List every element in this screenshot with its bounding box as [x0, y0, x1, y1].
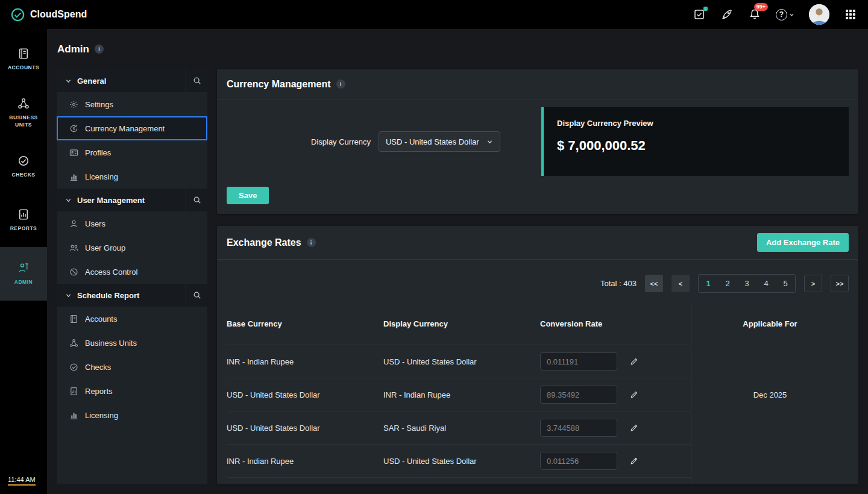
- user-avatar[interactable]: [809, 4, 829, 25]
- info-icon[interactable]: i: [307, 238, 316, 247]
- sidebar-item-users[interactable]: Users: [57, 211, 207, 236]
- info-icon[interactable]: i: [336, 80, 345, 89]
- table-header-row: Base Currency Display Currency Conversio…: [227, 302, 691, 345]
- clock-timestamp[interactable]: 11:44 AM: [8, 476, 36, 486]
- table-row: USD - United States Dollar INR - Indian …: [227, 378, 691, 411]
- rocket-icon: [721, 8, 733, 20]
- sidebar-item-checks[interactable]: Checks: [57, 355, 207, 379]
- conversion-rate-cell: [540, 386, 691, 404]
- sidebar-item-licensing[interactable]: Licensing: [57, 164, 207, 189]
- currency-icon: [69, 124, 78, 133]
- reports-icon: [69, 387, 78, 396]
- sidebar-section-user-management-toggle[interactable]: User Management: [57, 189, 186, 211]
- conversion-rate-input[interactable]: [540, 386, 617, 404]
- rail-label-business-units: BUSINESS UNITS: [2, 114, 45, 128]
- sidebar-item-reports[interactable]: Reports: [57, 379, 207, 403]
- pagination-page-3[interactable]: 3: [737, 275, 756, 292]
- exchange-rates-panel: Exchange Rates i Add Exchange Rate Total…: [217, 226, 858, 484]
- sidebar-section-user-management-search[interactable]: [186, 189, 207, 211]
- pagination-last-button[interactable]: >>: [831, 275, 849, 292]
- sidebar-section-user-management: User Management: [57, 189, 207, 211]
- rail-item-checks[interactable]: CHECKS: [0, 140, 47, 193]
- sidebar-item-currency-management[interactable]: Currency Management: [57, 116, 207, 140]
- app-brand-name: CloudSpend: [30, 9, 87, 20]
- sidebar-item-settings[interactable]: Settings: [57, 92, 207, 116]
- pagination-prev-button[interactable]: <: [671, 275, 690, 292]
- rail-item-accounts[interactable]: ACCOUNTS: [0, 33, 47, 86]
- sidebar-item-user-group[interactable]: User Group: [57, 236, 207, 260]
- exchange-rates-table-left: Base Currency Display Currency Conversio…: [227, 302, 691, 484]
- business-units-icon: [69, 339, 78, 348]
- base-currency-cell: INR - Indian Rupee: [227, 357, 383, 366]
- main-panels: Currency Management i Display Currency U…: [217, 69, 858, 484]
- sidebar-section-general-search[interactable]: [186, 69, 207, 92]
- pagination-next-button[interactable]: >: [804, 275, 822, 292]
- table-row: INR - Indian Rupee USD - United States D…: [227, 444, 691, 477]
- sidebar-section-schedule-report-search[interactable]: [186, 284, 207, 307]
- conversion-rate-input[interactable]: [540, 419, 617, 437]
- edit-rate-button[interactable]: [628, 355, 640, 367]
- rail-item-business-units[interactable]: BUSINESS UNITS: [0, 86, 47, 140]
- content-area: Admin i General Settings: [47, 29, 868, 494]
- search-icon: [193, 77, 201, 85]
- display-currency-select[interactable]: USD - United States Dollar: [379, 131, 500, 152]
- info-icon[interactable]: i: [95, 45, 104, 54]
- sidebar-item-label: Licensing: [85, 411, 118, 420]
- sidebar-section-general-toggle[interactable]: General: [57, 69, 186, 92]
- edit-rate-button[interactable]: [628, 422, 640, 434]
- pagination-page-5[interactable]: 5: [776, 275, 795, 292]
- sidebar-item-accounts[interactable]: Accounts: [57, 307, 207, 331]
- apps-launcher-button[interactable]: [844, 8, 857, 21]
- edit-rate-button[interactable]: [628, 389, 640, 401]
- save-button[interactable]: Save: [227, 187, 269, 204]
- add-exchange-rate-button[interactable]: Add Exchange Rate: [757, 233, 849, 252]
- pagination-first-button[interactable]: <<: [645, 275, 663, 292]
- sidebar-item-business-units[interactable]: Business Units: [57, 331, 207, 355]
- sidebar-item-access-control[interactable]: Access Control: [57, 260, 207, 284]
- sidebar-section-user-management-label: User Management: [77, 196, 145, 205]
- pencil-icon: [630, 457, 638, 465]
- exchange-rates-table: Base Currency Display Currency Conversio…: [217, 302, 858, 484]
- chevron-down-icon: [789, 12, 794, 17]
- column-header-base-currency: Base Currency: [227, 319, 383, 328]
- rail-label-reports: REPORTS: [10, 225, 37, 232]
- chevron-down-icon: [486, 139, 493, 145]
- pencil-icon: [630, 424, 638, 432]
- currency-management-body: Display Currency USD - United States Dol…: [217, 99, 858, 214]
- table-header-applicable: Applicable For: [743, 302, 797, 345]
- conversion-rate-cell: [540, 352, 691, 370]
- currency-management-header: Currency Management i: [217, 69, 858, 99]
- conversion-rate-input[interactable]: [540, 452, 617, 470]
- sidebar-item-profiles[interactable]: Profiles: [57, 140, 207, 164]
- sidebar-item-label: Settings: [85, 100, 113, 109]
- tasks-button[interactable]: [693, 8, 706, 21]
- sidebar-item-label: Profiles: [85, 148, 111, 157]
- pencil-icon: [630, 357, 638, 366]
- sidebar-section-general-label: General: [77, 77, 106, 86]
- gear-icon: [69, 100, 78, 109]
- conversion-rate-cell: [540, 452, 691, 470]
- sidebar-item-label: Users: [85, 219, 105, 228]
- whats-new-button[interactable]: [720, 8, 734, 21]
- edit-rate-button[interactable]: [628, 455, 640, 467]
- sidebar-item-licensing-schedule[interactable]: Licensing: [57, 403, 207, 427]
- pencil-icon: [630, 390, 638, 399]
- topbar: CloudSpend 99+ ?: [0, 0, 868, 29]
- currency-management-title: Currency Management: [227, 79, 331, 90]
- table-row-partial: [227, 477, 691, 484]
- pagination-page-1[interactable]: 1: [699, 275, 718, 292]
- notifications-button[interactable]: 99+: [748, 8, 761, 21]
- help-button[interactable]: ?: [776, 9, 794, 20]
- exchange-rates-header: Exchange Rates i Add Exchange Rate: [217, 226, 858, 260]
- rail-item-reports[interactable]: REPORTS: [0, 193, 47, 247]
- page-title: Admin: [57, 43, 89, 55]
- rail-item-admin[interactable]: ADMIN: [0, 247, 47, 301]
- app-brand[interactable]: CloudSpend: [11, 8, 87, 22]
- conversion-rate-input[interactable]: [540, 352, 617, 370]
- pagination-page-4[interactable]: 4: [756, 275, 776, 292]
- pagination-page-2[interactable]: 2: [718, 275, 737, 292]
- admin-sidebar: General Settings Currency Management: [57, 69, 207, 484]
- admin-icon: [17, 262, 30, 274]
- sidebar-section-schedule-report-toggle[interactable]: Schedule Report: [57, 284, 186, 307]
- display-currency-cell: USD - United States Dollar: [383, 457, 540, 466]
